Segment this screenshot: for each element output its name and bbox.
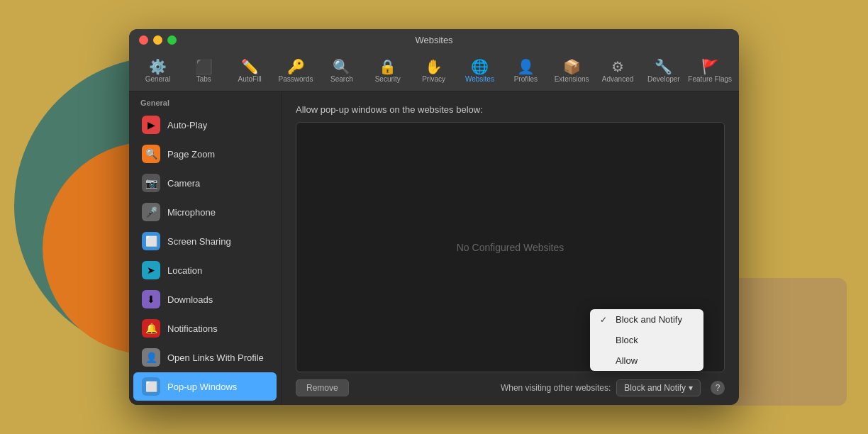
toolbar-label-advanced: Advanced <box>602 75 633 83</box>
toolbar-label-general: General <box>145 75 171 83</box>
sidebar-label-page-zoom: Page Zoom <box>167 149 215 160</box>
toolbar-item-privacy[interactable]: ✋ Privacy <box>411 52 457 89</box>
main-panel: Allow pop-up windows on the websites bel… <box>282 91 739 405</box>
privacy-icon: ✋ <box>425 60 443 74</box>
visiting-row: When visiting other websites: Block and … <box>501 379 725 396</box>
toolbar-item-feature-flags[interactable]: 🚩 Feature Flags <box>686 52 733 89</box>
dropdown-item-block-notify[interactable]: ✓ Block and Notify <box>590 309 703 330</box>
extensions-icon: 📦 <box>563 60 581 74</box>
close-button[interactable] <box>139 35 148 45</box>
toolbar-item-autofill[interactable]: ✏️ AutoFill <box>227 52 273 89</box>
security-icon: 🔒 <box>379 60 396 74</box>
sidebar-item-notifications[interactable]: 🔔 Notifications <box>133 314 277 343</box>
microphone-icon: 🎤 <box>142 203 160 221</box>
dropdown-item-block[interactable]: Block <box>590 330 703 350</box>
toolbar-label-autofill: AutoFill <box>238 75 261 83</box>
dropdown-trigger[interactable]: Block and Notify ▾ <box>616 379 701 396</box>
no-websites-text: No Configured Websites <box>457 242 564 253</box>
advanced-icon: ⚙ <box>611 60 624 74</box>
sidebar-label-camera: Camera <box>167 178 200 189</box>
feature-flags-icon: 🚩 <box>701 60 719 74</box>
toolbar-label-search: Search <box>330 75 353 83</box>
sidebar-item-microphone[interactable]: 🎤 Microphone <box>133 198 277 226</box>
downloads-icon: ⬇ <box>142 290 160 308</box>
page-zoom-icon: 🔍 <box>142 145 160 163</box>
remove-button[interactable]: Remove <box>296 379 349 396</box>
sidebar-label-auto-play: Auto-Play <box>167 120 207 130</box>
location-icon: ➤ <box>142 261 160 279</box>
dropdown-item-label-block: Block <box>616 335 638 345</box>
toolbar-item-developer[interactable]: 🔧 Developer <box>640 52 686 89</box>
content-area: General ▶ Auto-Play 🔍 Page Zoom 📷 Camera… <box>129 91 739 405</box>
dropdown-item-label-block-notify: Block and Notify <box>616 314 682 325</box>
sidebar-item-lockdown-mode[interactable]: ✋ Lockdown Mode <box>133 401 277 405</box>
screen-sharing-icon: ⬜ <box>142 232 160 250</box>
toolbar-label-privacy: Privacy <box>422 75 445 83</box>
titlebar: Websites ⚙️ General ⬛ Tabs ✏️ AutoFill 🔑… <box>129 29 739 91</box>
toolbar-label-passwords: Passwords <box>279 75 313 83</box>
toolbar-item-search[interactable]: 🔍 Search <box>318 52 365 89</box>
sidebar-item-page-zoom[interactable]: 🔍 Page Zoom <box>133 140 277 168</box>
tabs-icon: ⬛ <box>195 60 213 74</box>
developer-icon: 🔧 <box>655 60 672 74</box>
profiles-icon: 👤 <box>517 60 535 74</box>
help-button[interactable]: ? <box>711 381 725 395</box>
titlebar-top: Websites <box>129 29 739 52</box>
dropdown-menu: ✓ Block and Notify Block Allow <box>590 309 703 371</box>
panel-bottom: Remove When visiting other websites: Blo… <box>296 379 725 396</box>
toolbar-label-feature-flags: Feature Flags <box>688 75 732 83</box>
sidebar-item-auto-play[interactable]: ▶ Auto-Play <box>133 111 277 139</box>
check-block-notify: ✓ <box>600 315 610 325</box>
toolbar-label-security: Security <box>375 75 401 83</box>
sidebar-label-open-links: Open Links With Profile <box>167 352 264 363</box>
sidebar-item-camera[interactable]: 📷 Camera <box>133 169 277 197</box>
toolbar: ⚙️ General ⬛ Tabs ✏️ AutoFill 🔑 Password… <box>129 52 739 91</box>
autofill-icon: ✏️ <box>241 60 259 74</box>
app-window: Websites ⚙️ General ⬛ Tabs ✏️ AutoFill 🔑… <box>129 29 739 405</box>
sidebar-label-microphone: Microphone <box>167 207 216 218</box>
toolbar-item-advanced[interactable]: ⚙ Advanced <box>595 52 641 89</box>
panel-title: Allow pop-up windows on the websites bel… <box>296 104 725 115</box>
maximize-button[interactable] <box>167 35 177 45</box>
search-icon: 🔍 <box>333 60 350 74</box>
dropdown-value: Block and Notify <box>624 383 686 393</box>
notifications-icon: 🔔 <box>142 319 160 338</box>
sidebar-section-label: General <box>129 91 281 110</box>
open-links-icon: 👤 <box>142 348 160 367</box>
sidebar-label-screen-sharing: Screen Sharing <box>167 236 231 247</box>
toolbar-item-security[interactable]: 🔒 Security <box>365 52 411 89</box>
chevron-down-icon: ▾ <box>689 383 693 393</box>
sidebar: General ▶ Auto-Play 🔍 Page Zoom 📷 Camera… <box>129 91 282 405</box>
toolbar-item-websites[interactable]: 🌐 Websites <box>457 52 503 89</box>
sidebar-label-popup-windows: Pop-up Windows <box>167 382 237 392</box>
sidebar-item-location[interactable]: ➤ Location <box>133 256 277 284</box>
sidebar-item-popup-windows[interactable]: ⬜ Pop-up Windows <box>133 372 277 401</box>
window-controls <box>139 35 177 45</box>
popup-windows-icon: ⬜ <box>142 377 160 396</box>
toolbar-item-profiles[interactable]: 👤 Profiles <box>503 52 549 89</box>
visiting-label: When visiting other websites: <box>501 383 611 393</box>
passwords-icon: 🔑 <box>287 60 305 74</box>
sidebar-items: ▶ Auto-Play 🔍 Page Zoom 📷 Camera 🎤 Micro… <box>129 111 281 405</box>
minimize-button[interactable] <box>153 35 162 45</box>
auto-play-icon: ▶ <box>142 116 160 134</box>
general-icon: ⚙️ <box>149 60 167 74</box>
toolbar-item-tabs[interactable]: ⬛ Tabs <box>181 52 227 89</box>
window-title: Websites <box>415 35 452 45</box>
sidebar-item-screen-sharing[interactable]: ⬜ Screen Sharing <box>133 227 277 255</box>
sidebar-item-downloads[interactable]: ⬇ Downloads <box>133 285 277 313</box>
toolbar-item-extensions[interactable]: 📦 Extensions <box>549 52 595 89</box>
dropdown-item-label-allow: Allow <box>616 355 638 366</box>
toolbar-label-developer: Developer <box>647 75 680 83</box>
camera-icon: 📷 <box>142 174 160 192</box>
sidebar-label-downloads: Downloads <box>167 294 213 305</box>
toolbar-item-general[interactable]: ⚙️ General <box>135 52 181 89</box>
toolbar-label-profiles: Profiles <box>514 75 538 83</box>
toolbar-item-passwords[interactable]: 🔑 Passwords <box>273 52 319 89</box>
dropdown-item-allow[interactable]: Allow <box>590 350 703 371</box>
sidebar-label-location: Location <box>167 265 202 276</box>
websites-icon: 🌐 <box>471 60 489 74</box>
sidebar-item-open-links[interactable]: 👤 Open Links With Profile <box>133 343 277 372</box>
toolbar-label-websites: Websites <box>465 75 494 83</box>
toolbar-label-extensions: Extensions <box>555 75 589 83</box>
